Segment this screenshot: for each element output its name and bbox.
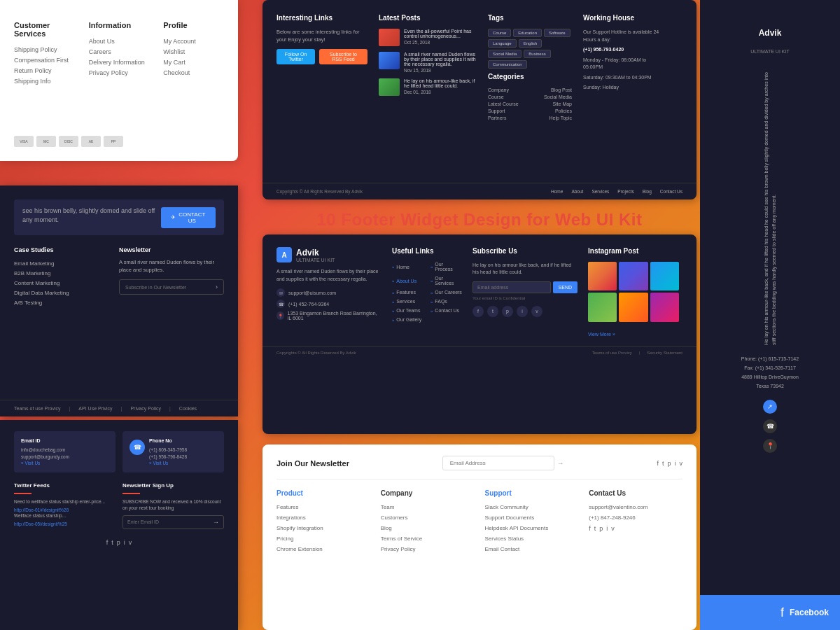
contact-facebook-icon[interactable]: f xyxy=(589,525,591,532)
link-careers[interactable]: Careers xyxy=(89,48,150,55)
link-cart[interactable]: My Cart xyxy=(163,59,224,66)
df-api[interactable]: API Use Privicy xyxy=(78,406,112,411)
insta-post-6[interactable] xyxy=(650,293,679,321)
nl-instagram-icon[interactable]: i xyxy=(675,460,676,467)
link-privacy[interactable]: Privacy Policy xyxy=(89,69,150,76)
df-terms[interactable]: Teams of use Provicy xyxy=(14,406,61,411)
nav-blog[interactable]: Blog xyxy=(643,189,652,194)
ul-about[interactable]: »About Us xyxy=(392,276,424,286)
company-privacy[interactable]: Privacy Policy xyxy=(381,546,475,552)
company-team[interactable]: Team xyxy=(381,504,475,510)
tag-education[interactable]: Education xyxy=(513,29,542,37)
twitter-follow-button[interactable]: Follow On Twitter xyxy=(276,49,315,64)
tag-software[interactable]: Software xyxy=(544,29,570,37)
tweet-2-link[interactable]: http://Dse-05i/designit%25 xyxy=(14,522,115,526)
company-terms[interactable]: Terms of Service xyxy=(381,536,475,542)
nav-home[interactable]: Home xyxy=(551,189,563,194)
email-visit-link[interactable]: » Visit Us xyxy=(21,461,108,465)
link-shipping-info[interactable]: Shipping Info xyxy=(14,78,75,85)
nl-subscribe-arrow[interactable]: › xyxy=(210,280,223,294)
support-status[interactable]: Services Status xyxy=(485,536,579,542)
link-return-policy[interactable]: Return Policy xyxy=(14,67,75,74)
contact-twitter-icon[interactable]: t xyxy=(594,525,596,532)
bottom-twitter-icon[interactable]: t xyxy=(111,539,113,546)
sidebar-share-icon[interactable]: ↗ xyxy=(763,400,777,414)
tag-course[interactable]: Course xyxy=(488,29,511,37)
phone-visit-link[interactable]: » Visit Us xyxy=(149,461,187,465)
ul-contact[interactable]: »Contact Us xyxy=(430,308,462,313)
nav-services[interactable]: Services xyxy=(592,189,609,194)
tag-english[interactable]: English xyxy=(519,39,542,48)
insta-post-4[interactable] xyxy=(588,293,617,321)
social-facebook-icon[interactable]: f xyxy=(472,306,484,317)
ul-our-services[interactable]: »Our Services xyxy=(430,276,462,286)
product-pricing[interactable]: Pricing xyxy=(276,536,370,542)
nl-subscribe-input[interactable] xyxy=(120,280,210,294)
link-shipping-policy[interactable]: Shipping Policy xyxy=(14,46,75,53)
bottom-facebook-icon[interactable]: f xyxy=(106,539,108,546)
company-customers[interactable]: Customers xyxy=(381,514,475,521)
ul-teams[interactable]: »Our Teams xyxy=(392,308,424,313)
subscribe-email-input[interactable] xyxy=(472,281,551,293)
sidebar-map-icon[interactable]: 📍 xyxy=(763,439,777,453)
ul-faqs[interactable]: »FAQs xyxy=(430,299,462,304)
link-wishlist[interactable]: Wishlist xyxy=(163,48,224,55)
bottom-instagram-icon[interactable]: i xyxy=(124,539,125,546)
footer-link-terms[interactable]: Teams of use Provicy xyxy=(592,351,632,355)
social-vimeo-icon[interactable]: v xyxy=(531,306,542,317)
contact-email[interactable]: support@valentino.com xyxy=(589,504,682,510)
ul-careers[interactable]: »Our Careers xyxy=(430,290,462,295)
product-features[interactable]: Features xyxy=(276,504,370,510)
tag-language[interactable]: Language xyxy=(488,39,517,48)
advik-brand-link[interactable]: Advik xyxy=(351,189,363,194)
newsletter-email-input[interactable] xyxy=(442,456,554,470)
nav-about[interactable]: About xyxy=(571,189,583,194)
social-pinterest-icon[interactable]: p xyxy=(502,306,513,317)
cs-ab[interactable]: A/B Testing xyxy=(14,300,105,306)
nl-pinterest-icon[interactable]: p xyxy=(667,460,671,467)
contact-pinterest-icon[interactable]: p xyxy=(599,525,603,532)
footer-link-security[interactable]: Security Statement xyxy=(647,351,682,355)
company-blog[interactable]: Blog xyxy=(381,525,475,531)
contact-vimeo-icon[interactable]: v xyxy=(611,525,615,532)
nl-bottom-email-input[interactable] xyxy=(123,516,209,528)
social-twitter-icon[interactable]: t xyxy=(487,306,498,317)
rss-subscribe-button[interactable]: Subscribe to RSS Feed xyxy=(319,49,368,64)
insta-post-5[interactable] xyxy=(619,293,648,321)
nl-bottom-send-icon[interactable]: → xyxy=(209,516,223,528)
advik-footer-brand[interactable]: Advik xyxy=(346,351,356,355)
product-chrome[interactable]: Chrome Extension xyxy=(276,546,370,552)
nav-contact[interactable]: Contact Us xyxy=(660,189,682,194)
ul-services[interactable]: »Services xyxy=(392,299,424,304)
tag-business[interactable]: Business xyxy=(524,50,550,58)
nl-facebook-icon[interactable]: f xyxy=(657,460,659,467)
link-account[interactable]: My Account xyxy=(163,38,224,45)
cs-digital[interactable]: Digital Data Marketing xyxy=(14,290,105,296)
view-more-link[interactable]: View More » xyxy=(588,332,615,337)
support-docs[interactable]: Support Documents xyxy=(485,514,579,521)
tag-social[interactable]: Social Media xyxy=(488,50,522,58)
support-slack[interactable]: Slack Community xyxy=(485,504,579,510)
bottom-pinterest-icon[interactable]: p xyxy=(117,539,120,546)
nav-projects[interactable]: Projects xyxy=(617,189,634,194)
sidebar-phone-icon[interactable]: ☎ xyxy=(763,419,777,433)
support-helpdesk[interactable]: Helpdesk API Documents xyxy=(485,525,579,531)
cs-email[interactable]: Email Marketing xyxy=(14,260,105,267)
link-about[interactable]: About Us xyxy=(89,38,150,45)
df-privacy[interactable]: Privacy Policy xyxy=(130,406,161,411)
contact-instagram-icon[interactable]: i xyxy=(606,525,608,532)
tag-comm[interactable]: Communication xyxy=(488,60,527,69)
facebook-bar[interactable]: f Facebook xyxy=(700,595,840,630)
ul-home[interactable]: »Home xyxy=(392,262,424,272)
contact-phone[interactable]: (+1) 847-248-9246 xyxy=(589,514,682,521)
support-email[interactable]: Email Contact xyxy=(485,546,579,552)
contact-us-button[interactable]: ✈ CONTACT US xyxy=(161,207,216,228)
nl-vimeo-icon[interactable]: v xyxy=(680,460,683,467)
insta-post-1[interactable] xyxy=(588,262,617,290)
tweet-1-link[interactable]: http://Dse-01#/designit%28 xyxy=(14,507,115,512)
link-checkout[interactable]: Checkout xyxy=(163,69,224,76)
link-compensation[interactable]: Compensation First xyxy=(14,57,75,64)
subscribe-send-button[interactable]: SEND xyxy=(553,281,578,293)
link-delivery[interactable]: Delivery Information xyxy=(89,59,150,66)
cs-b2b[interactable]: B2B Marketing xyxy=(14,270,105,276)
